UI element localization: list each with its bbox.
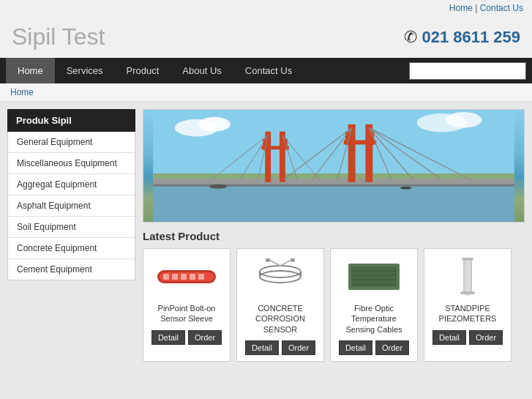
product-grid: PinPoint Bolt-on Sensor Sleeve Detail Or… [143,248,525,362]
phone-icon: ✆ [404,28,417,47]
svg-point-28 [198,117,230,132]
breadcrumb-home[interactable]: Home [10,87,34,97]
product-order-btn-3[interactable]: Order [375,340,409,355]
product-name-4: STANDPIPE PIEZOMETERS [430,303,505,324]
svg-point-32 [400,187,412,190]
sidebar-title: Produk Sipil [7,109,135,132]
nav-home[interactable]: Home [6,58,55,83]
svg-rect-38 [190,274,195,280]
svg-rect-56 [465,259,467,294]
svg-line-44 [269,260,280,266]
svg-rect-39 [198,274,204,280]
product-order-btn-2[interactable]: Order [282,340,315,355]
svg-rect-58 [462,258,473,261]
svg-point-31 [209,184,227,189]
product-image-2 [243,255,318,299]
search-input[interactable] [409,62,526,80]
search-wrap [409,62,526,80]
sidebar-asphalt-equipment[interactable]: Asphalt Equipment [8,195,135,217]
product-image-4 [430,255,505,299]
sidebar-misc-equipment[interactable]: Miscellaneous Equipment [8,153,135,174]
product-image-3 [337,255,411,299]
product-buttons-1: Detail Order [149,330,224,345]
header: Sipil Test ✆ 021 8611 259 [0,16,532,58]
nav-contact[interactable]: Contact Us [233,58,304,83]
hero-image [143,109,525,223]
svg-rect-37 [181,274,187,280]
svg-point-30 [446,112,482,128]
product-order-btn-4[interactable]: Order [469,330,503,345]
svg-rect-35 [163,274,169,280]
navbar: Home Services Product About Us Contact U… [0,58,532,83]
product-image-1 [149,255,224,299]
product-name-3: Fibre Optic Temperature Sensing Cables [337,303,411,335]
product-detail-btn-1[interactable]: Detail [151,330,185,345]
svg-rect-1 [153,182,514,222]
product-name-2: CONCRETE CORROSION SENSOR [243,303,318,335]
phone-number: 021 8611 259 [422,28,520,47]
product-buttons-2: Detail Order [243,340,318,355]
product-name-1: PinPoint Bolt-on Sensor Sleeve [149,303,224,324]
topbar-home-link[interactable]: Home [449,3,473,13]
product-buttons-3: Detail Order [337,340,411,355]
svg-rect-57 [460,291,475,294]
topbar-separator: | [475,3,477,13]
product-buttons-4: Detail Order [430,330,505,345]
svg-point-47 [291,258,295,262]
content: Produk Sipil General Equipment Miscellan… [0,102,532,362]
sidebar-list: General Equipment Miscellaneous Equipmen… [7,132,135,280]
nav-product[interactable]: Product [115,58,171,83]
nav-about[interactable]: About Us [171,58,233,83]
product-detail-btn-3[interactable]: Detail [339,340,372,355]
product-card-3: Fibre Optic Temperature Sensing Cables D… [330,248,418,362]
sidebar-soil-equipment[interactable]: Soil Equipment [8,217,135,238]
top-bar: Home | Contact Us [0,0,532,16]
svg-line-45 [280,260,291,266]
logo-light: Test [56,23,105,50]
sidebar-concrete-equipment[interactable]: Concrete Equipment [8,238,135,259]
svg-rect-4 [153,184,514,187]
svg-rect-3 [153,179,514,184]
sidebar: Produk Sipil General Equipment Miscellan… [7,109,135,362]
product-card-1: PinPoint Bolt-on Sensor Sleeve Detail Or… [143,248,231,362]
phone-area: ✆ 021 8611 259 [404,28,520,47]
sidebar-aggregat-equipment[interactable]: Aggregat Equipment [8,174,135,195]
product-order-btn-1[interactable]: Order [188,330,222,345]
svg-point-46 [266,258,270,262]
logo: Sipil Test [12,23,105,51]
sidebar-cement-equipment[interactable]: Cement Equipment [8,259,135,280]
breadcrumb: Home [0,83,532,102]
product-card-4: STANDPIPE PIEZOMETERS Detail Order [424,248,512,362]
latest-product-title: Latest Product [143,230,525,242]
nav-services[interactable]: Services [55,58,115,83]
product-detail-btn-2[interactable]: Detail [245,340,279,355]
sidebar-general-equipment[interactable]: General Equipment [8,132,135,153]
product-detail-btn-4[interactable]: Detail [432,330,466,345]
logo-bold: Sipil [12,23,56,50]
svg-rect-36 [172,274,178,280]
topbar-contact-link[interactable]: Contact Us [480,3,523,13]
main-content: Latest Product PinPoint Bolt- [143,109,525,362]
product-card-2: CONCRETE CORROSION SENSOR Detail Order [236,248,324,362]
